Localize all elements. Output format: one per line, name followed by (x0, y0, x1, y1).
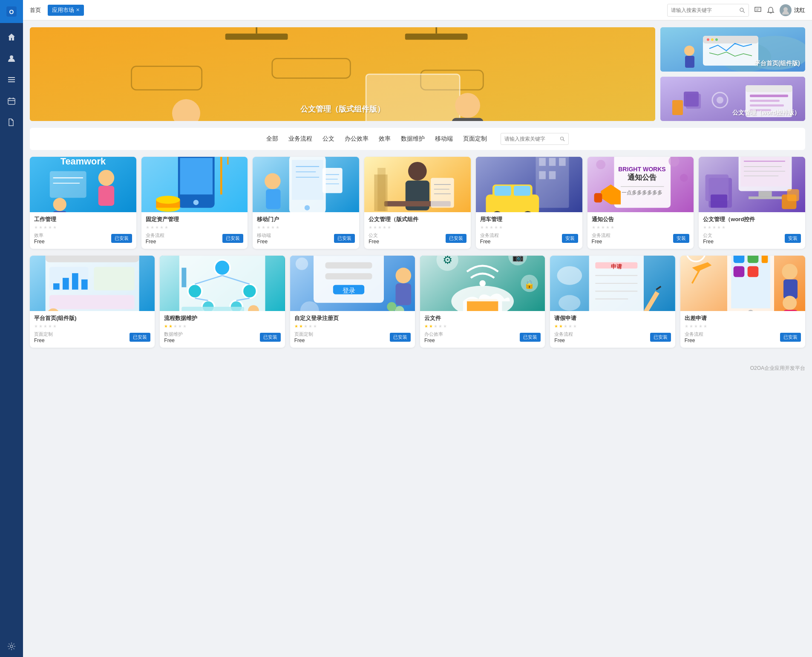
app-card[interactable]: 用车管理 ★★★★★ 业务流程 Free 安装 (476, 157, 582, 249)
cat-efficiency[interactable]: 效率 (379, 133, 391, 144)
app-thumb (476, 157, 582, 212)
btn-install[interactable]: 安装 (785, 234, 801, 243)
app-card[interactable]: 移动门户 ★★★★★ 移动端 Free 已安装 (253, 157, 359, 249)
btn-installed[interactable]: 已安装 (130, 333, 150, 342)
btn-install[interactable]: 安装 (562, 234, 578, 243)
banner-side: 平台首页(组件版) (660, 27, 805, 121)
app-category-price: 业务流程 Free (146, 232, 164, 245)
sidebar-item-files[interactable] (0, 112, 23, 133)
app-category-price: 业务流程 Free (554, 331, 573, 343)
topbar-home-link[interactable]: 首页 (30, 6, 41, 14)
cat-official[interactable]: 公文 (322, 133, 334, 144)
btn-installed[interactable]: 已安装 (780, 333, 801, 342)
star: ★ (559, 324, 563, 328)
banner-main[interactable]: 公文管理（版式组件版） (30, 27, 655, 121)
app-footer: 页面定制 Free 已安装 (34, 331, 150, 343)
app-category-price: 数据维护 Free (164, 331, 183, 343)
user-area[interactable]: 沈红 (780, 4, 805, 16)
app-thumb (160, 256, 285, 311)
cat-office[interactable]: 办公效率 (345, 133, 369, 144)
svg-rect-13 (405, 34, 468, 40)
cat-mobile[interactable]: 移动端 (435, 133, 453, 144)
btn-installed[interactable]: 已安装 (446, 234, 466, 243)
cat-business[interactable]: 业务流程 (288, 133, 312, 144)
sidebar-item-calendar[interactable] (0, 90, 23, 112)
star: ★ (34, 324, 38, 328)
sidebar-item-user[interactable] (0, 48, 23, 69)
cat-page[interactable]: 页面定制 (463, 133, 487, 144)
star: ★ (689, 324, 693, 328)
topbar-search-icon (739, 7, 745, 13)
app-card[interactable]: 平台首页(组件版) ★★★★★ 页面定制 Free 已安装 (30, 256, 155, 348)
app-category-price: 页面定制 Free (34, 331, 53, 343)
app-card[interactable]: Teamwork 工作管理 ★★★★★ 效率 Free 已安装 (30, 157, 136, 249)
svg-point-55 (561, 137, 564, 140)
svg-rect-105 (549, 171, 556, 179)
user-name: 沈红 (794, 6, 805, 14)
svg-rect-26 (452, 118, 483, 121)
topbar-bell-icon[interactable] (767, 6, 775, 14)
cat-search-input[interactable] (504, 136, 560, 142)
cat-all[interactable]: 全部 (266, 133, 278, 144)
svg-point-216 (783, 296, 797, 310)
banner-side-top[interactable]: 平台首页(组件版) (660, 27, 805, 72)
svg-rect-3 (8, 77, 15, 78)
app-thumb: BRIGHT WORKS 通知公告 一点多多多多多多 (587, 157, 694, 212)
svg-rect-103 (559, 158, 566, 166)
footer-label: O2OA企业应用开发平台 (750, 365, 805, 371)
svg-point-122 (680, 174, 688, 182)
cat-search-box[interactable] (501, 133, 569, 145)
sidebar-bottom-settings[interactable] (0, 636, 23, 657)
svg-point-7 (10, 645, 13, 648)
app-footer: 公文 Free 已安装 (369, 232, 466, 245)
btn-installed[interactable]: 已安装 (520, 333, 541, 342)
svg-point-41 (684, 46, 694, 56)
app-card[interactable]: 固定资产管理 ★★★★★ 业务流程 Free 已安装 (141, 157, 248, 249)
svg-rect-84 (266, 189, 281, 209)
app-card[interactable]: ⚙ 📷 🔒 云文件 ★★★★★ 办公效率 Free 已安装 (420, 256, 545, 348)
app-card[interactable]: ! 出差申请 ★★★★★ 业务流程 Free 已安装 (680, 256, 805, 348)
app-info: 公文管理（版式组件 ★★★★★ 公文 Free 已安装 (364, 212, 471, 249)
topbar-search-box[interactable] (667, 4, 749, 17)
svg-text:Teamwork: Teamwork (60, 157, 106, 167)
svg-rect-93 (431, 178, 454, 207)
svg-rect-6 (8, 98, 15, 104)
btn-install[interactable]: 安装 (673, 234, 689, 243)
category-bar: 全部 业务流程 公文 办公效率 效率 数据维护 移动端 页面定制 (30, 128, 805, 150)
topbar-search-input[interactable] (671, 7, 739, 13)
app-card[interactable]: BRIGHT WORKS 通知公告 一点多多多多多多 通知公告 ★★★★★ 业务… (587, 157, 694, 249)
star: ★ (610, 225, 614, 230)
app-info: 通知公告 ★★★★★ 业务流程 Free 安装 (587, 212, 694, 249)
btn-installed[interactable]: 已安装 (650, 333, 671, 342)
topbar-tab-appmarket[interactable]: 应用市场 ✕ (48, 5, 84, 16)
btn-installed[interactable]: 已安装 (334, 234, 355, 243)
sidebar-item-list[interactable] (0, 69, 23, 90)
star: ★ (703, 225, 707, 230)
app-card[interactable]: 登录 自定义登录注册页 ★★★★★ 页面定制 Free 已安装 (290, 256, 415, 348)
app-name: 平台首页(组件版) (34, 314, 150, 322)
app-name: 流程数据维护 (164, 314, 280, 322)
btn-installed[interactable]: 已安装 (260, 333, 281, 342)
banner-side-bottom[interactable]: 公文管理（word控件版） (660, 77, 805, 121)
app-card[interactable]: 流程数据维护 ★★★★★ 数据维护 Free 已安装 (160, 256, 285, 348)
app-price: Free (685, 337, 703, 343)
app-thumb (30, 256, 155, 311)
btn-installed[interactable]: 已安装 (111, 234, 132, 243)
topbar-tab-close[interactable]: ✕ (76, 7, 80, 13)
btn-installed[interactable]: 已安装 (222, 234, 243, 243)
app-card[interactable]: 公文管理（word控件 ★★★★★ 公文 Free 安装 (699, 157, 805, 249)
app-price: Free (592, 239, 610, 245)
app-card[interactable]: 申请 请假申请 ★★★★★ 业务流程 Free 已安装 (550, 256, 675, 348)
star: ★ (146, 225, 150, 230)
svg-rect-63 (98, 186, 114, 206)
star: ★ (601, 225, 605, 230)
sidebar-logo[interactable]: O (0, 0, 23, 23)
app-card[interactable]: 公文管理（版式组件 ★★★★★ 公文 Free 已安装 (364, 157, 471, 249)
btn-installed[interactable]: 已安装 (390, 333, 411, 342)
sidebar-item-home[interactable] (0, 26, 23, 48)
svg-rect-42 (685, 56, 694, 68)
topbar-message-icon[interactable] (754, 6, 762, 14)
svg-rect-59 (50, 171, 86, 198)
star: ★ (313, 324, 317, 328)
cat-data[interactable]: 数据维护 (401, 133, 425, 144)
